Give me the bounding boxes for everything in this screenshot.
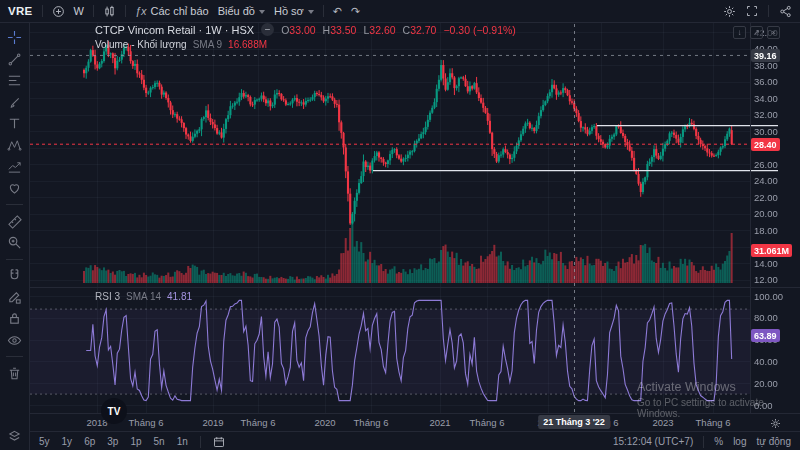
undo-icon: ↶ [333, 5, 342, 18]
pane-move-down-button[interactable]: ↓ [733, 26, 746, 39]
range-buttons: 5y1y6p3p1p5n1n [39, 436, 188, 447]
text-tool[interactable] [5, 116, 25, 131]
divider [125, 5, 126, 17]
last-price-badge: 28.40 [751, 138, 780, 151]
open-value: 33.00 [289, 24, 315, 36]
rsi-value: 41.81 [167, 291, 192, 302]
high-value: 33.50 [330, 24, 356, 36]
price-tick: 14.00 [754, 258, 778, 269]
rsi-title: RSI 3 [95, 291, 120, 302]
brush-tool[interactable] [5, 95, 25, 110]
rsi-value-badge: 63.89 [751, 329, 780, 342]
range-button-1y[interactable]: 1y [62, 436, 73, 447]
settings-button[interactable] [723, 5, 736, 18]
trend-line-tool[interactable] [5, 52, 25, 67]
symbol-title: CTCP Vincom Retail · 1W · HSX [95, 24, 254, 36]
price-tick: 18.00 [754, 225, 778, 236]
fx-indicators-icon: ƒx [135, 5, 147, 17]
top-toolbar: VRE W ƒx Các chỉ báo Biểu đồ Hồ sơ ↶ [0, 0, 800, 23]
time-tick: Tháng 6 [696, 417, 731, 428]
chart-style-button[interactable] [103, 5, 116, 18]
chart-menu-button[interactable]: Biểu đồ [218, 5, 265, 17]
bottom-toolbar: 5y1y6p3p1p5n1n 15:12:04 (UTC+7) % log tự… [30, 431, 800, 450]
object-tree-button[interactable] [5, 429, 25, 444]
chart-canvas[interactable] [30, 22, 800, 413]
share-button[interactable] [779, 5, 792, 18]
auto-scale-button[interactable]: tự động [757, 436, 792, 447]
chart-menu-label: Biểu đồ [218, 5, 255, 17]
fullscreen-button[interactable] [746, 5, 758, 17]
toolbar-divider [6, 204, 23, 205]
range-button-1n[interactable]: 1n [177, 436, 188, 447]
compare-add-button[interactable] [52, 5, 65, 18]
legend-collapse-button[interactable]: − [261, 23, 274, 36]
crosshair-date-badge: 21 Tháng 3 '22 [538, 415, 610, 429]
volume-title: Volume - Khối lượng [95, 39, 187, 50]
axis-settings-gear-icon[interactable] [770, 418, 781, 429]
compare-plus-icon [52, 5, 65, 18]
crosshair-tool[interactable] [5, 30, 25, 45]
go-to-date-calendar-icon[interactable] [213, 436, 225, 448]
range-button-5y[interactable]: 5y [39, 436, 50, 447]
range-button-3p[interactable]: 3p [107, 436, 118, 447]
remove-all-trash-tool[interactable] [5, 366, 25, 381]
symbol-legend: CTCP Vincom Retail · 1W · HSX − O33.00 H… [95, 23, 516, 36]
chevron-down-icon [259, 10, 265, 17]
percent-scale-button[interactable]: % [714, 436, 723, 447]
redo-icon: ↷ [351, 5, 360, 18]
topbar-right-group [723, 5, 792, 18]
indicators-button[interactable]: ƒx Các chỉ báo [135, 5, 209, 17]
divider [93, 5, 94, 17]
lock-all-tool[interactable] [5, 311, 25, 326]
profile-menu-button[interactable]: Hồ sơ [274, 5, 314, 17]
rsi-legend: RSI 3 SMA 14 41.81 [95, 291, 192, 302]
emoji-heart-tool[interactable] [5, 181, 25, 196]
symbol-button[interactable]: VRE [8, 5, 33, 17]
fullscreen-icon [746, 5, 758, 17]
price-tick: 32.00 [754, 109, 778, 120]
redo-button[interactable]: ↷ [351, 5, 360, 18]
pane-maximize-button[interactable]: ↗ [750, 26, 763, 39]
volume-value: 16.688M [228, 39, 267, 50]
drawing-lock-tool[interactable] [5, 290, 25, 305]
rsi-tick: 0.00 [754, 400, 773, 411]
time-tick: Tháng 6 [241, 417, 276, 428]
time-tick: 2019 [202, 417, 223, 428]
interval-button[interactable]: W [74, 5, 84, 17]
forecast-tool[interactable] [5, 159, 25, 174]
rsi-tick: 20.00 [754, 378, 778, 389]
hide-all-eye-tool[interactable] [5, 333, 25, 348]
divider [768, 5, 769, 17]
volume-value-badge: 31.061M [751, 244, 792, 257]
drawing-toolbar [0, 22, 30, 450]
share-icon [779, 5, 792, 18]
magnet-tool[interactable] [5, 268, 25, 283]
trading-chart-app: VRE W ƒx Các chỉ báo Biểu đồ Hồ sơ ↶ [0, 0, 800, 450]
measure-ruler-tool[interactable] [5, 214, 25, 229]
bottombar-right-group: 15:12:04 (UTC+7) % log tự động [613, 436, 791, 448]
price-tick: 36.00 [754, 76, 778, 87]
profile-menu-label: Hồ sơ [274, 5, 304, 17]
time-axis[interactable]: 2018Tháng 62019Tháng 62020Tháng 62021Thá… [30, 413, 750, 432]
change-value: −0.30 (−0.91%) [443, 24, 515, 36]
fib-retracement-tool[interactable] [5, 73, 25, 88]
divider [42, 5, 43, 17]
time-tick: 2021 [429, 417, 450, 428]
zoom-in-tool[interactable] [5, 235, 25, 250]
pane-close-button[interactable]: × [767, 26, 780, 39]
undo-button[interactable]: ↶ [333, 5, 342, 18]
log-scale-button[interactable]: log [733, 436, 746, 447]
tradingview-logo[interactable]: TV [101, 398, 127, 424]
settings-gear-icon [723, 5, 736, 18]
candles-style-icon [103, 5, 116, 18]
price-tick: 34.00 [754, 93, 778, 104]
range-button-6p[interactable]: 6p [84, 436, 95, 447]
range-button-5n[interactable]: 5n [154, 436, 165, 447]
rsi-tick: 80.00 [754, 312, 778, 323]
volume-sma-label: SMA 9 [193, 39, 222, 50]
xabcd-pattern-tool[interactable] [5, 138, 25, 153]
low-value: 32.60 [369, 24, 395, 36]
range-button-1p[interactable]: 1p [130, 436, 141, 447]
clock[interactable]: 15:12:04 (UTC+7) [613, 436, 693, 447]
toolbar-divider [6, 259, 23, 260]
